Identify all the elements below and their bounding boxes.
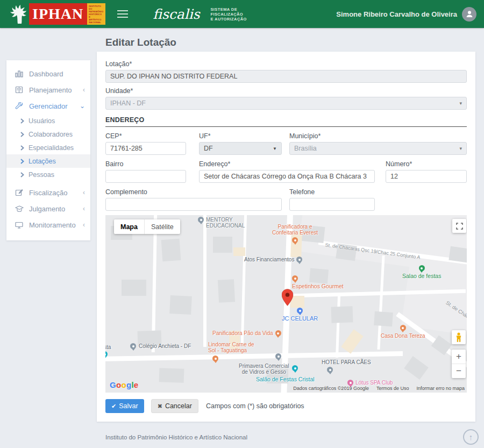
- google-map[interactable]: MENTORY EDUCACIONAL Panificadora e Confe…: [105, 215, 467, 393]
- uf-select[interactable]: DF ▼: [199, 142, 282, 155]
- cancel-button-label: Cancelar: [165, 402, 192, 410]
- caret-down-icon: ▼: [273, 146, 277, 151]
- road: [336, 296, 340, 358]
- telefone-input[interactable]: [289, 198, 375, 211]
- map-poi-partial-sta[interactable]: sta: [105, 344, 111, 350]
- report-map-error-link[interactable]: Informar erro no mapa: [416, 386, 465, 391]
- location-marker-icon[interactable]: [282, 289, 293, 308]
- map-poi-mentory[interactable]: MENTORY EDUCACIONAL: [198, 217, 245, 229]
- restaurant-pin-icon: [400, 325, 406, 331]
- endereco-label: Endereço*: [199, 160, 375, 168]
- iphan-caption: Instituto do Patrimônio Histórico e Artí…: [87, 3, 105, 25]
- endereco-input[interactable]: [199, 170, 375, 183]
- poi-label: HOTEL PARA CÃES: [322, 359, 371, 365]
- municipio-label: Município*: [289, 132, 467, 140]
- google-logo-letter: o: [121, 380, 126, 389]
- sidebar-toggle-icon[interactable]: [117, 8, 128, 20]
- poi-pin-icon: [105, 351, 108, 357]
- sidebar-subitem-pessoas[interactable]: Pessoas: [6, 168, 90, 181]
- bairro-input[interactable]: [105, 170, 186, 183]
- map-poi-colegio-anchieta[interactable]: Colégio Anchieta - DF: [130, 343, 191, 349]
- system-name-line: E AUTORIZAÇÃO: [210, 17, 246, 22]
- map-poi-lotus-spa[interactable]: Lótus SPA Club: [347, 380, 393, 386]
- iphan-acronym: IPHAN: [29, 3, 87, 25]
- cep-input[interactable]: [105, 142, 186, 155]
- unidade-label: Unidade*: [105, 87, 467, 95]
- sidebar-item-label: Monitoramento: [29, 221, 83, 229]
- iphan-caption-line: Histórico e: [89, 13, 104, 18]
- map-poi-everest[interactable]: Panificadora e Confeitaria Everest: [272, 224, 318, 243]
- sidebar-subitem-label: Pessoas: [29, 171, 54, 179]
- sidebar-subitem-usuarios[interactable]: Usuários: [6, 114, 90, 127]
- map-poi-jc-celular[interactable]: JC CELULAR: [282, 308, 318, 322]
- municipio-value: Brasília: [294, 145, 459, 152]
- numero-input[interactable]: [386, 170, 467, 183]
- business-pin-icon: [275, 353, 281, 359]
- map-poi-pao-da-vida[interactable]: Panificadora Pão da Vida: [212, 330, 281, 336]
- sidebar-item-dashboard[interactable]: Dashboard: [6, 66, 90, 82]
- map-poi-atos[interactable]: Atos Financiamentos: [244, 257, 302, 262]
- sidebar-item-julgamento[interactable]: Julgamento ‹: [6, 201, 90, 217]
- building-block: [161, 239, 181, 261]
- map-poi-espetinhos[interactable]: Espetinhos Gourmet: [292, 275, 344, 289]
- iphan-tree-icon: [8, 3, 29, 25]
- sidebar-subitem-especialidades[interactable]: Especialidades: [6, 141, 90, 154]
- map-poi-primavera-pin[interactable]: [275, 353, 281, 359]
- iphan-logo[interactable]: IPHAN Instituto do Patrimônio Histórico …: [8, 3, 105, 25]
- terms-of-use-link[interactable]: Termos de Uso: [376, 386, 409, 391]
- zoom-out-button[interactable]: −: [452, 364, 466, 378]
- map-poi-primavera[interactable]: Primavera Comercial de Vidros e Gesso: [239, 363, 289, 375]
- sidebar-item-label: Fiscalização: [29, 189, 83, 197]
- user-avatar-icon[interactable]: [462, 7, 476, 22]
- uf-value: DF: [204, 145, 273, 152]
- map-poi-cristal-pin[interactable]: [292, 365, 298, 371]
- save-button[interactable]: ✔ Salvar: [105, 399, 144, 413]
- unidade-select[interactable]: IPHAN - DF ▾: [105, 97, 467, 110]
- map-poi-dona-tereza[interactable]: Casa Dona Tereza: [381, 325, 425, 339]
- map-type-control: Mapa Satélite: [114, 219, 180, 234]
- map-poi-salao-festas[interactable]: Salao de festas: [402, 265, 441, 279]
- chevron-down-icon: ⌄: [80, 102, 85, 110]
- sidebar-item-label: Gerenciador: [29, 102, 80, 110]
- map-poi-hotel-caes[interactable]: HOTEL PARA CÃES: [322, 359, 371, 373]
- sidebar-item-monitoramento[interactable]: Monitoramento ‹: [6, 217, 90, 233]
- complemento-input[interactable]: [105, 198, 282, 211]
- lotacao-input[interactable]: [105, 70, 467, 83]
- chevron-right-icon: [20, 132, 24, 137]
- sidebar-item-planejamento[interactable]: Planejamento ‹: [6, 82, 90, 98]
- zoom-in-button[interactable]: +: [452, 350, 466, 364]
- sidebar-item-fiscalizacao[interactable]: Fiscalização ‹: [6, 184, 90, 201]
- poi-label: Panificadora e Confeitaria Everest: [272, 224, 318, 236]
- scroll-to-top-button[interactable]: ↑: [463, 429, 479, 445]
- save-button-label: Salvar: [119, 402, 138, 410]
- x-icon: ✖: [158, 403, 162, 410]
- road: [203, 215, 207, 347]
- cancel-button[interactable]: ✖ Cancelar: [151, 399, 198, 413]
- map-poi-lindomar[interactable]: Lindomar Carne de Sol - Taguatinga: [208, 342, 254, 361]
- pegman-button[interactable]: [452, 330, 466, 344]
- map-type-satellite-button[interactable]: Satélite: [144, 219, 180, 234]
- shopping-pin-icon: [297, 308, 303, 314]
- poi-label: Panificadora Pão da Vida: [212, 330, 273, 336]
- building-block: [404, 356, 429, 380]
- chevron-right-icon: [20, 159, 24, 164]
- map-type-map-button[interactable]: Mapa: [114, 219, 144, 234]
- building-block: [449, 246, 467, 262]
- user-name[interactable]: Simone Ribeiro Carvalho de Oliveira: [336, 10, 457, 18]
- sidebar-subitem-colaboradores[interactable]: Colaboradores: [6, 127, 90, 141]
- sidebar-subitem-lotacoes[interactable]: Lotações: [6, 154, 90, 168]
- poi-label: sta: [105, 344, 111, 350]
- bank-pin-icon: [296, 257, 302, 262]
- sidebar-subitem-label: Especialidades: [29, 144, 74, 152]
- map-poi-cristal[interactable]: Salão de Festas Cristal: [256, 376, 315, 382]
- building-block: [331, 306, 353, 323]
- building-block: [218, 279, 235, 303]
- fullscreen-button[interactable]: [452, 219, 466, 233]
- bairro-label: Bairro: [105, 160, 186, 168]
- municipio-select[interactable]: Brasília ▾: [289, 142, 467, 155]
- map-poi-partial-pin[interactable]: [105, 351, 108, 357]
- school-pin-icon: [130, 343, 136, 349]
- sidebar-item-gerenciador[interactable]: Gerenciador ⌄: [6, 98, 90, 114]
- google-logo[interactable]: Google: [110, 380, 139, 389]
- building-block: [341, 329, 363, 353]
